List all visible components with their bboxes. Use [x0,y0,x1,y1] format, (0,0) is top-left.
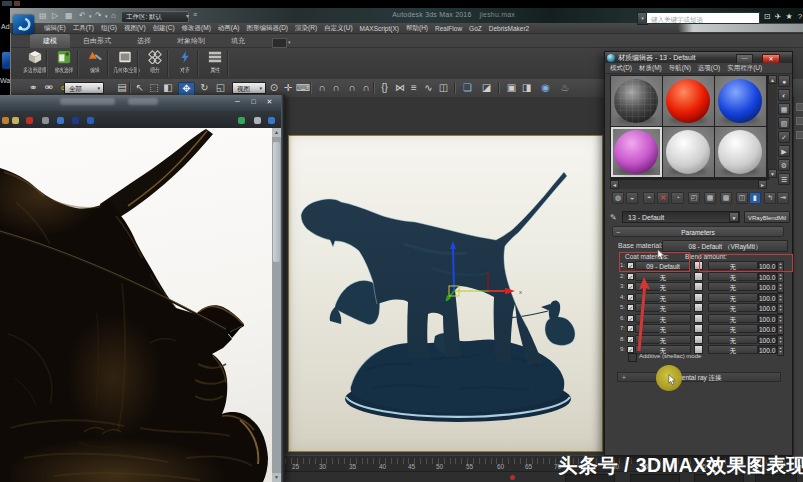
menu-item[interactable]: 创建(C) [153,24,175,33]
selection-region-icon[interactable]: ⬚ [148,82,160,94]
material-name-dropdown[interactable]: 13 - Default [622,211,740,223]
go-to-parent-icon[interactable]: ▮ [749,192,761,204]
infocenter-search-input[interactable]: 键入关键字或短语 [646,12,760,24]
sample-type-icon[interactable]: ● [778,75,790,87]
scroll-up-icon[interactable]: ▲ [272,128,281,137]
slot-blue[interactable] [715,76,766,126]
photo-tool-icon-10[interactable] [268,117,275,124]
slot-gray-1[interactable] [663,127,714,177]
select-and-rotate-icon[interactable]: ↻ [198,82,211,94]
slots-scroll-up-icon[interactable]: ▲ [768,75,777,84]
photo-scrollbar-thumb[interactable] [273,142,280,262]
slot-magenta[interactable] [611,127,662,177]
blend-map-button[interactable]: 无 [708,303,758,312]
select-by-name-icon[interactable]: ▤ [116,82,128,94]
material-name-caret-icon[interactable]: ▼ [729,212,739,222]
window-crossing-icon[interactable]: ◧ [162,82,174,94]
spinner-icon[interactable]: ▲▼ [777,272,784,283]
ribbon-tab[interactable]: 填充 [218,34,258,48]
put-material-icon[interactable]: ◒ [626,192,638,204]
material-id-icon[interactable]: ▦ [704,192,716,204]
photo-tool-icon-9[interactable] [254,117,261,124]
menu-item[interactable]: 帮助(H) [406,24,428,33]
make-copy-icon[interactable]: ◔ [671,192,684,204]
material-type-button[interactable]: VRayBlendMtl [744,211,790,223]
photo-tool-icon-3[interactable] [26,117,33,124]
sign-in-icon[interactable]: ⊡ [762,12,772,22]
reset-map-icon[interactable]: ✕ [657,192,669,204]
help-icon[interactable]: ? [795,12,803,22]
selection-filter-dropdown[interactable]: 全部▾ [64,82,104,94]
slots-horizontal-scrollbar[interactable]: ◄ ► [610,180,767,189]
spinner-icon[interactable]: ▲▼ [777,335,784,346]
slot-gray-2[interactable] [715,127,766,177]
blend-map-button[interactable]: 无 [708,272,758,281]
blend-amount-value[interactable]: 100.0 [758,324,777,333]
row-color-swatch[interactable] [694,282,703,291]
material-editor-menu-item[interactable]: 选项(O) [698,64,720,73]
blend-map-button[interactable]: 无 [708,282,758,291]
menu-item[interactable]: MAXScript(X) [360,25,399,32]
menu-item[interactable]: 自定义(U) [324,24,353,33]
ribbon-collapse-caret-icon[interactable]: ▾ [288,39,291,45]
pick-material-eyedropper-icon[interactable]: ✎ [610,213,617,222]
dope-sheet-icon[interactable]: ◫ [437,82,450,94]
spinner-icon[interactable]: ▲▼ [777,314,784,325]
menu-item[interactable]: DebrisMaker2 [489,25,529,32]
ribbon-group-geometry[interactable]: 几何体(全部) [110,49,140,78]
background-icon[interactable]: ▦ [778,103,790,115]
pick-from-object-icon[interactable]: ⇥ [777,192,789,204]
show-end-result-icon[interactable]: ◫ [736,192,748,204]
row-color-swatch[interactable] [694,314,703,323]
make-preview-icon[interactable]: ▶ [778,145,790,157]
backlight-icon[interactable]: ◐ [778,89,790,101]
menu-item[interactable]: 图形编辑器(D) [247,24,289,33]
select-and-scale-icon[interactable]: ◱ [214,82,227,94]
blend-map-button[interactable]: 无 [708,335,758,344]
snap-toggle-icon[interactable]: ∩ [316,82,328,94]
keyboard-override-icon[interactable]: ⌨ [296,82,308,94]
ribbon-group-edit[interactable]: 编辑 [80,49,110,78]
navigator-icon[interactable]: ☰ [778,173,790,185]
spinner-icon[interactable]: ▲▼ [777,303,784,314]
menu-item[interactable]: 工具(T) [73,24,94,33]
slots-scroll-down-icon[interactable]: ▼ [768,169,777,178]
photo-window-title-bar[interactable]: ─ □ ✕ [0,95,285,111]
blend-map-button[interactable]: 无 [708,314,758,323]
menu-item[interactable]: 动画(A) [218,24,240,33]
photo-tool-icon-1[interactable] [2,117,9,124]
spinner-snap-icon[interactable]: ∩ [360,82,372,94]
slots-scroll-right-icon[interactable]: ► [758,180,767,189]
blend-amount-value[interactable]: 100.0 [758,282,777,291]
parameters-rollout-header[interactable]: − Parameters [612,226,784,237]
ribbon-group-subdivision[interactable]: 细分 [140,49,170,78]
move-gizmo[interactable]: x [429,241,529,301]
ribbon-mini-toolbar[interactable] [272,38,287,48]
unlink-selection-icon[interactable]: ⚮ [42,82,56,94]
put-to-library-icon[interactable]: ◰ [688,192,700,204]
ribbon-tab[interactable]: 建模 [30,34,70,48]
material-editor-title-bar[interactable]: 材质编辑器 - 13 - Default — ✕ [605,52,792,63]
ribbon-group-properties[interactable]: 属性 [200,49,230,78]
menu-item[interactable]: 视图(V) [124,24,146,33]
slots-vertical-scrollbar[interactable]: ▲ ▼ [768,75,777,178]
photo-close-button[interactable]: ✕ [263,97,276,106]
layer-manager-icon[interactable]: ❏ [460,82,475,94]
curve-editor-icon[interactable]: ∿ [422,82,435,94]
menu-item[interactable]: 修改器(M) [182,24,211,33]
ribbon-tab[interactable]: 选择 [124,34,164,48]
select-manipulate-icon[interactable]: ✛ [282,82,294,94]
blend-amount-value[interactable]: 100.0 [758,303,777,312]
ribbon-group-align[interactable]: 对齐 [170,49,200,78]
photo-tool-icon-4[interactable] [42,117,49,124]
menu-item[interactable]: 组(G) [101,24,117,33]
menu-item[interactable]: 编辑(E) [44,24,66,33]
ribbon-tab[interactable]: 自由形式 [70,34,124,48]
3dsmax-logo[interactable] [13,15,34,34]
blend-amount-value[interactable]: 100.0 [758,314,777,323]
photo-tool-icon-6[interactable] [72,117,79,124]
spinner-icon[interactable]: ▲▼ [777,282,784,293]
slot-dark-gray[interactable] [611,76,662,126]
align-icon[interactable]: ≡ [408,82,420,94]
mental-ray-rollout[interactable]: + mental ray 连接 [617,372,781,382]
